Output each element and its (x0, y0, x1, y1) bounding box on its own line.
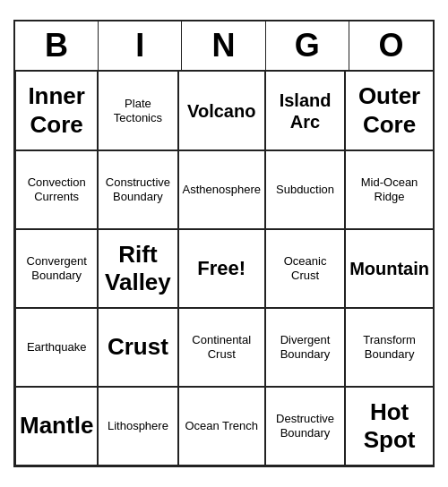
bingo-cell: Earthquake (15, 308, 98, 387)
cell-label: Lithosphere (108, 419, 168, 433)
bingo-cell: Continental Crust (178, 308, 265, 387)
header-letter: G (266, 21, 349, 70)
bingo-grid: Inner CorePlate TectonicsVolcanoIsland A… (15, 72, 433, 466)
bingo-cell: Divergent Boundary (265, 308, 345, 387)
bingo-cell: Destructive Boundary (265, 387, 345, 466)
bingo-cell: Plate Tectonics (98, 72, 177, 150)
cell-label: Constructive Boundary (102, 175, 173, 203)
bingo-cell: Outer Core (345, 72, 433, 150)
cell-label: Ocean Trench (185, 419, 258, 433)
header-letter: B (15, 21, 99, 70)
bingo-cell: Mid-Ocean Ridge (345, 150, 433, 229)
bingo-cell: Lithosphere (98, 387, 177, 466)
bingo-cell: Hot Spot (345, 387, 433, 466)
cell-label: Rift Valley (102, 241, 173, 296)
cell-label: Divergent Boundary (270, 333, 340, 361)
bingo-cell: Constructive Boundary (98, 150, 177, 229)
bingo-cell: Asthenosphere (178, 150, 265, 229)
cell-label: Mantle (20, 412, 93, 440)
header-letter: I (99, 21, 182, 70)
bingo-cell: Subduction (265, 150, 345, 229)
bingo-cell: Volcano (178, 72, 265, 150)
bingo-cell: Mantle (15, 387, 98, 466)
bingo-cell: Rift Valley (98, 229, 177, 308)
cell-label: Earthquake (27, 340, 87, 355)
cell-label: Continental Crust (183, 333, 261, 361)
cell-label: Hot Spot (349, 398, 429, 454)
bingo-cell: Mountain (345, 229, 433, 308)
bingo-cell: Crust (98, 308, 177, 387)
bingo-cell: Island Arc (265, 72, 345, 150)
cell-label: Convergent Boundary (20, 254, 93, 282)
bingo-cell: Ocean Trench (178, 387, 265, 466)
cell-label: Destructive Boundary (270, 412, 340, 440)
cell-label: Inner Core (20, 82, 93, 138)
cell-label: Crust (108, 333, 168, 361)
bingo-cell: Oceanic Crust (265, 229, 345, 308)
cell-label: Free! (197, 257, 246, 280)
cell-label: Subduction (276, 183, 334, 197)
bingo-card: BINGO Inner CorePlate TectonicsVolcanoIs… (13, 20, 435, 467)
bingo-header: BINGO (15, 21, 433, 72)
bingo-cell: Convection Currents (15, 150, 98, 229)
cell-label: Plate Tectonics (102, 97, 173, 124)
bingo-cell: Free! (178, 229, 265, 308)
header-letter: N (182, 21, 265, 70)
header-letter: O (349, 21, 433, 70)
cell-label: Volcano (187, 100, 255, 122)
cell-label: Island Arc (270, 90, 340, 132)
bingo-cell: Transform Boundary (345, 308, 433, 387)
cell-label: Asthenosphere (183, 183, 261, 197)
bingo-cell: Convergent Boundary (15, 229, 98, 308)
cell-label: Mid-Ocean Ridge (349, 175, 429, 203)
cell-label: Transform Boundary (349, 333, 429, 361)
cell-label: Convection Currents (20, 175, 93, 203)
cell-label: Oceanic Crust (270, 254, 340, 282)
bingo-cell: Inner Core (15, 72, 98, 150)
cell-label: Outer Core (349, 82, 429, 138)
cell-label: Mountain (349, 258, 429, 279)
